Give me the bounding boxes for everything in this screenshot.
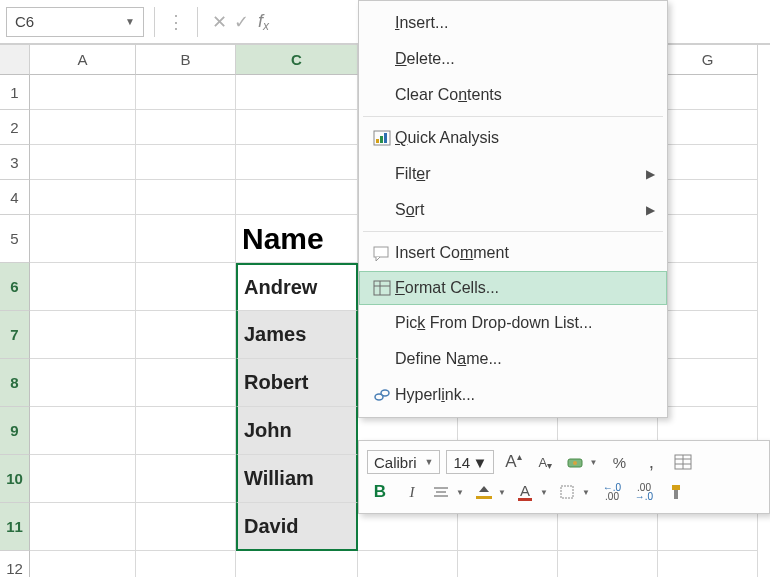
cell[interactable] [30, 455, 136, 503]
cell[interactable] [30, 145, 136, 180]
cell-C6[interactable]: Andrew [236, 263, 358, 311]
cell[interactable] [558, 551, 658, 577]
cell[interactable] [658, 180, 758, 215]
increase-font-icon[interactable]: A▴ [500, 450, 526, 474]
column-header-C[interactable]: C [236, 45, 358, 75]
increase-decimal-button[interactable]: ←.0.00 [599, 480, 625, 504]
cell-C9[interactable]: John [236, 407, 358, 455]
cell[interactable] [30, 311, 136, 359]
cell[interactable] [658, 110, 758, 145]
ctx-define-name[interactable]: Define Name... [359, 341, 667, 377]
row-header-9[interactable]: 9 [0, 407, 30, 455]
cancel-icon[interactable]: ✕ [208, 11, 230, 33]
cell[interactable] [658, 215, 758, 263]
name-box-dropdown-icon[interactable]: ▼ [125, 16, 135, 27]
cell-C5-header[interactable]: Name [236, 215, 358, 263]
row-header-4[interactable]: 4 [0, 180, 30, 215]
ctx-filter[interactable]: Filter ▶ [359, 156, 667, 192]
fill-color-button[interactable]: ▼ [473, 480, 509, 504]
cell[interactable] [136, 503, 236, 551]
cell[interactable] [658, 311, 758, 359]
format-painter-button[interactable] [663, 480, 689, 504]
cell[interactable] [236, 180, 358, 215]
column-header-G[interactable]: G [658, 45, 758, 75]
cell[interactable] [658, 551, 758, 577]
cell[interactable] [136, 455, 236, 503]
ctx-insert[interactable]: Insert... [359, 5, 667, 41]
ctx-delete[interactable]: Delete... [359, 41, 667, 77]
cell[interactable] [30, 407, 136, 455]
cell[interactable] [136, 263, 236, 311]
row-header-1[interactable]: 1 [0, 75, 30, 110]
decrease-font-icon[interactable]: A▾ [532, 450, 558, 474]
format-table-button[interactable] [670, 450, 696, 474]
percent-button[interactable]: % [606, 450, 632, 474]
cell[interactable] [30, 263, 136, 311]
font-picker[interactable]: Calibri ▼ [367, 450, 440, 474]
column-header-B[interactable]: B [136, 45, 236, 75]
row-header-3[interactable]: 3 [0, 145, 30, 180]
cell[interactable] [30, 75, 136, 110]
cell-C8[interactable]: Robert [236, 359, 358, 407]
cell[interactable] [30, 503, 136, 551]
cell[interactable] [136, 145, 236, 180]
fx-icon[interactable]: fx [252, 11, 269, 32]
column-header-A[interactable]: A [30, 45, 136, 75]
row-header-6[interactable]: 6 [0, 263, 30, 311]
cell[interactable] [136, 407, 236, 455]
cell-C11[interactable]: David [236, 503, 358, 551]
enter-icon[interactable]: ✓ [230, 11, 252, 33]
ctx-format-cells[interactable]: Format Cells... [359, 271, 667, 305]
cell[interactable] [236, 110, 358, 145]
font-color-button[interactable]: A ▼ [515, 480, 551, 504]
cell[interactable] [658, 75, 758, 110]
cell[interactable] [358, 551, 458, 577]
cell[interactable] [236, 145, 358, 180]
name-box[interactable]: C6 ▼ [6, 7, 144, 37]
bold-button[interactable]: B [367, 480, 393, 504]
borders-button[interactable]: ▼ [557, 480, 593, 504]
ctx-clear-contents[interactable]: Clear Contents [359, 77, 667, 113]
row-header-10[interactable]: 10 [0, 455, 30, 503]
row-header-11[interactable]: 11 [0, 503, 30, 551]
accounting-format-button[interactable]: ▼ [564, 450, 600, 474]
cell[interactable] [136, 180, 236, 215]
cell[interactable] [30, 215, 136, 263]
ctx-hyperlink[interactable]: Hyperlink... [359, 377, 667, 413]
cell[interactable] [30, 110, 136, 145]
ctx-quick-analysis[interactable]: Quick Analysis [359, 120, 667, 156]
more-icon[interactable]: ⋮ [165, 11, 187, 33]
italic-button[interactable]: I [399, 480, 425, 504]
cell[interactable] [136, 110, 236, 145]
cell[interactable] [30, 359, 136, 407]
cell[interactable] [30, 551, 136, 577]
row-header-8[interactable]: 8 [0, 359, 30, 407]
cell-C10[interactable]: William [236, 455, 358, 503]
svg-rect-1 [376, 139, 379, 143]
cell[interactable] [236, 75, 358, 110]
ctx-sort[interactable]: Sort ▶ [359, 192, 667, 228]
decrease-decimal-button[interactable]: .00→.0 [631, 480, 657, 504]
cell[interactable] [136, 551, 236, 577]
cell[interactable] [136, 75, 236, 110]
cell-C7[interactable]: James [236, 311, 358, 359]
cell[interactable] [658, 359, 758, 407]
select-all-corner[interactable] [0, 45, 30, 75]
cell[interactable] [30, 180, 136, 215]
row-header-2[interactable]: 2 [0, 110, 30, 145]
cell[interactable] [136, 215, 236, 263]
cell[interactable] [658, 145, 758, 180]
row-header-7[interactable]: 7 [0, 311, 30, 359]
ctx-pick-from-list[interactable]: Pick From Drop-down List... [359, 305, 667, 341]
align-button[interactable]: ▼ [431, 480, 467, 504]
ctx-insert-comment[interactable]: Insert Comment [359, 235, 667, 271]
cell[interactable] [136, 311, 236, 359]
cell[interactable] [458, 551, 558, 577]
font-size-picker[interactable]: 14 ▼ [446, 450, 494, 474]
row-header-12[interactable]: 12 [0, 551, 30, 577]
cell[interactable] [136, 359, 236, 407]
row-header-5[interactable]: 5 [0, 215, 30, 263]
cell[interactable] [658, 263, 758, 311]
comma-button[interactable]: , [638, 450, 664, 474]
cell[interactable] [236, 551, 358, 577]
